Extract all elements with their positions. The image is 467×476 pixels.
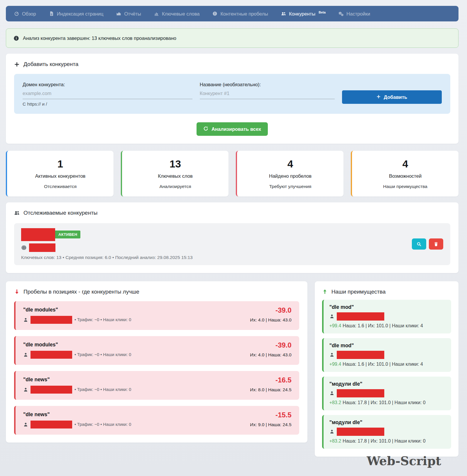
- person-icon: [329, 391, 334, 396]
- tracked-competitors-title: Отслеживаемые конкуренты: [14, 210, 450, 216]
- redacted-competitor-url[interactable]: [29, 243, 55, 252]
- gap-item: "dle news"• Трафик: ~0 • Наши клики: 0-1…: [14, 371, 299, 400]
- advantage-keyword: "dle mod": [329, 343, 445, 349]
- nav-item-label: Контентные пробелы: [220, 11, 268, 17]
- globe-icon: [21, 245, 27, 250]
- advantage-score: +83.2: [329, 400, 341, 405]
- person-icon: [329, 352, 334, 357]
- advantage-score: +83.2: [329, 438, 341, 443]
- redacted-url: [31, 351, 72, 359]
- our-advantages-card: Наши преимущества "dle mod"+99.4Наша: 1.…: [315, 281, 458, 457]
- advantage-list: "dle mod"+99.4Наша: 1.6 | Их: 101.0 | На…: [322, 300, 451, 449]
- stat-card-opportunities: 4ВозможностейНаши преимущества: [351, 151, 458, 197]
- add-competitor-card: Добавить конкурента Домен конкурента: С …: [6, 54, 458, 144]
- advantage-score: +99.4: [329, 362, 341, 367]
- stat-value: 4: [356, 159, 455, 170]
- nav-item-keywords[interactable]: Ключевые слова: [154, 11, 199, 17]
- person-icon: [23, 317, 28, 322]
- advantage-item: "модули dle"+83.2Наша: 17.8 | Их: 101.0 …: [322, 377, 451, 410]
- users-icon: [281, 11, 286, 16]
- gap-positions: Их: 4.0 | Наша: 43.0: [250, 317, 291, 323]
- add-competitor-title: Добавить конкурента: [14, 61, 450, 67]
- status-badge: АКТИВЕН: [55, 231, 80, 238]
- advantage-detail: Наша: 1.6 | Их: 101.0 | Наши клики: 4: [343, 362, 423, 367]
- nav-item-label: Индексация страниц: [57, 11, 104, 17]
- search-icon: [417, 242, 422, 247]
- analysis-alert: Анализ конкурента завершен: 13 ключевых …: [6, 28, 458, 48]
- stat-card-keywords: 13Ключевых словАнализируется: [121, 151, 229, 197]
- advantage-detail: Наша: 17.8 | Их: 101.0 | Наши клики: 0: [343, 400, 426, 405]
- nav-item-indexing[interactable]: Индексация страниц: [49, 11, 104, 17]
- name-label: Название (необязательно):: [200, 82, 335, 87]
- person-icon: [23, 387, 28, 392]
- nav-item-label: Конкуренты: [289, 11, 315, 17]
- arrow-down-icon: [14, 289, 20, 294]
- advantage-keyword: "модули dle": [329, 419, 445, 426]
- redacted-url: [337, 428, 384, 436]
- domain-input[interactable]: [23, 87, 192, 99]
- domain-field: Домен конкурента: С https:// и /: [23, 82, 192, 107]
- stat-label: Ключевых слов: [126, 173, 225, 179]
- advantage-detail: Наша: 17.8 | Их: 101.0 | Наши клики: 0: [343, 438, 426, 443]
- nav-item-label: Настройки: [346, 11, 370, 17]
- analyze-competitor-button[interactable]: [412, 238, 426, 250]
- stat-sublabel: Наши преимущества: [356, 184, 455, 189]
- nav-item-competitors[interactable]: КонкурентыBeta: [281, 11, 326, 17]
- trash-icon: [434, 242, 439, 247]
- gears-icon: [339, 11, 344, 16]
- person-icon: [23, 422, 28, 427]
- info-icon: [13, 35, 19, 41]
- plus-icon: [14, 62, 20, 67]
- advantage-keyword: "dle mod": [329, 304, 445, 310]
- person-icon: [23, 352, 28, 357]
- gap-item: "dle news"• Трафик: ~0 • Наши клики: 0-1…: [14, 406, 299, 435]
- advantage-item: "dle mod"+99.4Наша: 1.6 | Их: 101.0 | На…: [322, 338, 451, 372]
- advantage-score: +99.4: [329, 323, 341, 328]
- area-chart-icon: [116, 11, 121, 16]
- gap-score: -39.0: [250, 307, 291, 314]
- gap-score: -15.5: [250, 411, 291, 419]
- nav-item-content-gaps[interactable]: Контентные пробелы: [212, 11, 268, 17]
- arrow-up-icon: [322, 289, 328, 294]
- stat-value: 13: [126, 159, 225, 170]
- gap-score: -39.0: [250, 342, 291, 349]
- analyze-all-button[interactable]: Анализировать всех: [197, 122, 268, 136]
- nav-item-overview[interactable]: Обзор: [14, 11, 36, 17]
- gap-positions: Их: 8.0 | Наша: 24.5: [250, 387, 291, 392]
- redacted-url: [31, 316, 72, 324]
- competitor-name-input[interactable]: [200, 87, 335, 99]
- advantage-item: "модули dle"+83.2Наша: 17.8 | Их: 101.0 …: [322, 415, 451, 449]
- domain-label: Домен конкурента:: [23, 82, 192, 87]
- gap-positions: Их: 9.0 | Наша: 24.5: [250, 422, 291, 427]
- gap-keyword: "dle news": [23, 411, 131, 418]
- gap-item: "dle modules"• Трафик: ~0 • Наши клики: …: [14, 301, 299, 330]
- bar-chart-icon: [154, 11, 159, 16]
- beta-badge: Beta: [319, 9, 326, 15]
- position-gaps-title: Пробелы в позициях - где конкуренты лучш…: [14, 289, 299, 295]
- domain-hint: С https:// и /: [23, 101, 192, 107]
- stat-value: 1: [11, 159, 110, 170]
- redacted-url: [31, 386, 72, 394]
- stat-label: Возможностей: [356, 173, 455, 179]
- stat-sublabel: Отслеживается: [11, 184, 110, 189]
- gap-list: "dle modules"• Трафик: ~0 • Наши клики: …: [14, 301, 299, 435]
- nav-item-label: Ключевые слова: [162, 11, 199, 17]
- add-competitor-form: Домен конкурента: С https:// и / Названи…: [14, 74, 450, 114]
- gap-keyword: "dle news": [23, 377, 131, 383]
- nav-item-label: Обзор: [22, 11, 36, 17]
- nav-item-reports[interactable]: Отчёты: [116, 11, 141, 17]
- nav-item-settings[interactable]: Настройки: [339, 11, 370, 17]
- gap-traffic: • Трафик: ~0 • Наши клики: 0: [75, 422, 131, 427]
- file-icon: [49, 11, 54, 16]
- add-button[interactable]: Добавить: [342, 90, 442, 104]
- delete-competitor-button[interactable]: [429, 238, 443, 250]
- plus-icon: [376, 94, 381, 100]
- watermark: Web-Script: [367, 454, 441, 468]
- advantage-keyword: "модули dle": [329, 381, 445, 387]
- redacted-url: [337, 351, 384, 359]
- gap-keyword: "dle modules": [23, 307, 131, 313]
- redacted-url: [31, 421, 72, 428]
- gap-positions: Их: 4.0 | Наша: 43.0: [250, 352, 291, 358]
- stat-label: Найдено пробелов: [241, 173, 340, 179]
- stats-row: 1Активных конкурентовОтслеживается13Ключ…: [6, 151, 458, 197]
